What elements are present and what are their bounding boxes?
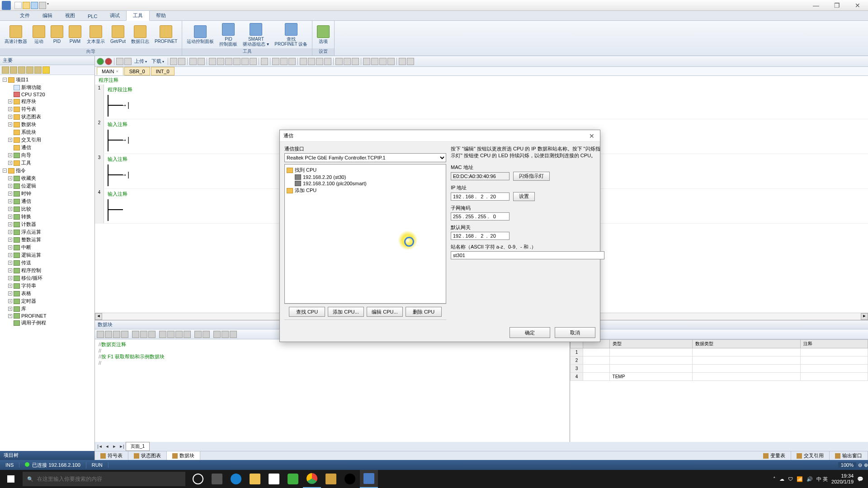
- cpu-tree[interactable]: 找到 CPU 192.168.2.20 (st30) 192.168.2.100…: [284, 164, 446, 304]
- tb-icon[interactable]: [209, 58, 216, 65]
- variable-table[interactable]: 类型数据类型注释 1 2 3 4TEMP: [570, 339, 868, 442]
- find-cpu-button[interactable]: 查找 CPU: [289, 307, 325, 317]
- tree-node[interactable]: +中断: [1, 244, 94, 251]
- ribbon-item[interactable]: PID: [48, 22, 66, 47]
- edit-cpu-button[interactable]: 编辑 CPU...: [367, 307, 403, 317]
- db-tb-icon[interactable]: [97, 331, 104, 338]
- tree-node[interactable]: +程序控制: [1, 267, 94, 274]
- maximize-button[interactable]: ❐: [826, 0, 847, 11]
- tree-node[interactable]: 新增功能: [1, 84, 94, 91]
- ribbon-item[interactable]: 选项: [314, 22, 332, 47]
- upload-button[interactable]: 上传: [132, 58, 149, 65]
- task-record[interactable]: [341, 470, 359, 488]
- tb-icon[interactable]: [335, 58, 343, 65]
- tb-icon[interactable]: [280, 58, 288, 65]
- task-wechat[interactable]: [284, 470, 302, 488]
- qat-dropdown-icon[interactable]: ▾: [47, 2, 52, 9]
- ip-field[interactable]: [451, 192, 509, 201]
- tb-icon[interactable]: [324, 58, 331, 65]
- mask-field[interactable]: [451, 212, 509, 221]
- ribbon-item[interactable]: PID控制面板: [217, 22, 240, 47]
- btab-data[interactable]: 数据块: [167, 451, 200, 460]
- start-button[interactable]: [0, 470, 22, 488]
- tree-tb-icon[interactable]: [2, 66, 9, 74]
- btab-output[interactable]: 输出窗口: [830, 451, 868, 460]
- ribbon-item[interactable]: 数据日志: [128, 22, 152, 47]
- tab-sbr[interactable]: SBR_0: [124, 67, 150, 75]
- ribbon-item[interactable]: PROFINET: [152, 22, 180, 47]
- task-step7[interactable]: [360, 470, 378, 488]
- tree-tb-icon[interactable]: [10, 66, 17, 74]
- close-button[interactable]: ✕: [847, 0, 868, 11]
- taskbar-clock[interactable]: 19:342020/1/19: [831, 473, 854, 485]
- first-icon[interactable]: |◄: [97, 443, 103, 450]
- tree-node[interactable]: +收藏夹: [1, 174, 94, 182]
- btab-status[interactable]: 状态图表: [128, 451, 167, 460]
- menu-plc[interactable]: PLC: [81, 12, 104, 20]
- tree-node[interactable]: +比较: [1, 205, 94, 213]
- menu-edit[interactable]: 编辑: [36, 11, 59, 20]
- tree-node[interactable]: +库: [1, 305, 94, 313]
- tree-node[interactable]: +整数运算: [1, 236, 94, 244]
- station-name-field[interactable]: [451, 251, 604, 259]
- tb-icon[interactable]: [352, 58, 359, 65]
- tb-icon[interactable]: [316, 58, 323, 65]
- ribbon-item[interactable]: PWM: [66, 22, 84, 47]
- prev-icon[interactable]: ◄: [104, 443, 110, 450]
- stop-icon[interactable]: [105, 58, 112, 65]
- tb-icon[interactable]: [225, 58, 232, 65]
- ribbon-item[interactable]: 运动控制面板: [184, 22, 217, 47]
- download-button[interactable]: 下载: [150, 58, 166, 65]
- ribbon-item[interactable]: 文本显示: [84, 22, 108, 47]
- db-tb-icon[interactable]: [184, 331, 191, 338]
- tb-icon[interactable]: [300, 58, 307, 65]
- task-store[interactable]: [265, 470, 283, 488]
- page-tab[interactable]: 页面_1: [126, 442, 150, 451]
- tray-chevron-icon[interactable]: ˄: [773, 476, 776, 482]
- tree-node[interactable]: −项目1: [1, 76, 94, 84]
- tree-node[interactable]: +逻辑运算: [1, 251, 94, 259]
- tree-node[interactable]: 系统块: [1, 128, 94, 136]
- btab-var[interactable]: 变量表: [758, 451, 791, 460]
- tb-icon[interactable]: [379, 58, 387, 65]
- search-input[interactable]: [37, 476, 181, 482]
- tree-node[interactable]: 通信: [1, 144, 94, 151]
- tree-node[interactable]: +时钟: [1, 190, 94, 197]
- tray-icon[interactable]: 📶: [797, 476, 803, 482]
- notification-icon[interactable]: 💬: [857, 476, 863, 482]
- new-icon[interactable]: [14, 2, 22, 9]
- menu-file[interactable]: 文件: [14, 11, 36, 20]
- tree-node[interactable]: −指令: [1, 167, 94, 174]
- zoom-level[interactable]: 100%: [838, 462, 856, 468]
- tb-icon[interactable]: [189, 58, 197, 65]
- tb-icon[interactable]: [272, 58, 279, 65]
- tb-icon[interactable]: [407, 58, 414, 65]
- task-cortana[interactable]: [189, 470, 207, 488]
- ribbon-item[interactable]: 运动: [30, 22, 48, 47]
- tb-icon[interactable]: [233, 58, 241, 65]
- task-app[interactable]: [322, 470, 340, 488]
- tray-icon[interactable]: ☁: [779, 476, 784, 482]
- tree-node[interactable]: +向导: [1, 151, 94, 159]
- last-icon[interactable]: ►|: [118, 443, 125, 450]
- set-ip-button[interactable]: 设置: [513, 192, 535, 201]
- gateway-field[interactable]: [451, 232, 509, 240]
- btab-xref[interactable]: 交叉引用: [791, 451, 830, 460]
- menu-tools[interactable]: 工具: [126, 10, 150, 21]
- task-taskview[interactable]: [208, 470, 226, 488]
- tree-node[interactable]: +位逻辑: [1, 182, 94, 190]
- db-tb-icon[interactable]: [230, 331, 237, 338]
- db-tb-icon[interactable]: [140, 331, 147, 338]
- tb-icon[interactable]: [116, 58, 123, 65]
- tree-node[interactable]: 调用子例程: [1, 319, 94, 327]
- tb-icon[interactable]: [288, 58, 296, 65]
- db-tb-icon[interactable]: [203, 331, 210, 338]
- tab-int[interactable]: INT_0: [151, 67, 175, 75]
- tree-node[interactable]: +计数器: [1, 221, 94, 228]
- cancel-button[interactable]: 取消: [555, 327, 595, 338]
- tree-node[interactable]: +数据块: [1, 121, 94, 128]
- tree-node[interactable]: +定时器: [1, 297, 94, 305]
- dialog-close-button[interactable]: ✕: [587, 132, 596, 140]
- zoom-in-icon[interactable]: ⊕: [864, 462, 868, 468]
- ribbon-item[interactable]: SMART驱动器组态 ▾: [240, 22, 272, 47]
